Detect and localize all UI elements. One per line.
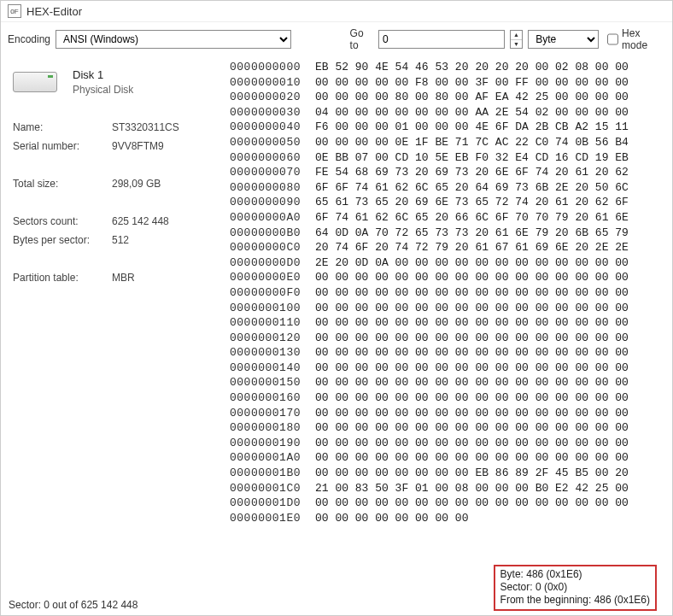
hex-bytes-a[interactable]: 00 00 00 00 00 F8 00 00 — [308, 75, 468, 91]
hex-bytes-a[interactable]: F6 00 00 00 01 00 00 00 — [308, 120, 468, 135]
hex-bytes-b[interactable]: 4E 6F DA 2B CB A2 15 11 — [468, 120, 628, 135]
hex-row[interactable]: 00000001E000 00 00 00 00 00 00 00 — [230, 511, 672, 526]
hex-row[interactable]: 00000000B064 0D 0A 70 72 65 73 7320 61 6… — [230, 226, 672, 241]
hex-bytes-a[interactable]: FE 54 68 69 73 20 69 73 — [308, 165, 468, 180]
hex-row[interactable]: 000000009065 61 73 65 20 69 6E 7365 72 7… — [230, 195, 672, 210]
hex-bytes-b[interactable]: 64 69 73 6B 2E 20 50 6C — [468, 180, 628, 196]
hex-bytes-b[interactable]: 00 00 00 00 00 00 00 00 — [468, 331, 628, 346]
hex-bytes-a[interactable]: EB 52 90 4E 54 46 53 20 — [308, 60, 468, 75]
hex-bytes-a[interactable]: 04 00 00 00 00 00 00 00 — [308, 105, 468, 120]
hex-row[interactable]: 00000000E000 00 00 00 00 00 00 0000 00 0… — [230, 270, 672, 285]
hex-row[interactable]: 000000002000 00 00 00 80 00 80 00AF EA 4… — [230, 90, 672, 105]
hex-row[interactable]: 000000014000 00 00 00 00 00 00 0000 00 0… — [230, 361, 672, 376]
chevron-up-icon[interactable]: ▲ — [511, 31, 522, 40]
hex-row[interactable]: 000000019000 00 00 00 00 00 00 0000 00 0… — [230, 436, 672, 451]
hex-bytes-b[interactable]: 00 00 00 00 00 00 00 00 — [468, 361, 628, 376]
hex-bytes-b[interactable]: 00 00 00 00 00 00 00 00 — [468, 436, 628, 451]
hex-row[interactable]: 000000001000 00 00 00 00 F8 00 003F 00 F… — [230, 75, 672, 91]
hex-bytes-a[interactable]: 00 00 00 00 00 00 00 00 — [308, 301, 468, 316]
hex-bytes-b[interactable]: 20 20 20 00 02 08 00 00 — [468, 60, 628, 75]
hex-bytes-b[interactable]: EB 86 89 2F 45 B5 00 20 — [468, 466, 628, 481]
hex-row[interactable]: 00000001D000 00 00 00 00 00 00 0000 00 0… — [230, 496, 672, 511]
hex-row[interactable]: 00000000C020 74 6F 20 74 72 79 2061 67 6… — [230, 240, 672, 255]
hex-bytes-a[interactable]: 00 00 00 00 00 00 00 00 — [308, 285, 468, 301]
goto-input[interactable] — [378, 30, 505, 49]
hex-row[interactable]: 000000018000 00 00 00 00 00 00 0000 00 0… — [230, 420, 672, 436]
hex-bytes-a[interactable]: 21 00 83 50 3F 01 00 08 — [308, 481, 468, 496]
hex-bytes-b[interactable]: 20 6E 6F 74 20 61 20 62 — [468, 165, 628, 180]
hex-bytes-a[interactable]: 00 00 00 00 00 00 00 00 — [308, 436, 468, 451]
hex-bytes-a[interactable]: 0E BB 07 00 CD 10 5E EB — [308, 150, 468, 166]
hex-bytes-b[interactable]: 61 67 61 69 6E 20 2E 2E — [468, 240, 628, 255]
hex-row[interactable]: 000000016000 00 00 00 00 00 00 0000 00 0… — [230, 390, 672, 406]
hex-bytes-a[interactable]: 6F 6F 74 61 62 6C 65 20 — [308, 180, 468, 196]
hex-row[interactable]: 00000001A000 00 00 00 00 00 00 0000 00 0… — [230, 450, 672, 466]
hex-bytes-a[interactable]: 00 00 00 00 00 00 00 00 — [308, 361, 468, 376]
hex-bytes-b[interactable]: 00 00 00 00 00 00 00 00 — [468, 285, 628, 301]
hex-row[interactable]: 00000001B000 00 00 00 00 00 00 00EB 86 8… — [230, 466, 672, 481]
chevron-down-icon[interactable]: ▼ — [511, 40, 522, 49]
hex-bytes-a[interactable]: 00 00 00 00 00 00 00 00 — [308, 270, 468, 285]
hex-bytes-a[interactable]: 00 00 00 00 00 00 00 00 — [308, 390, 468, 406]
hex-bytes-a[interactable]: 00 00 00 00 00 00 00 00 — [308, 315, 468, 331]
hex-bytes-a[interactable]: 00 00 00 00 00 00 00 00 — [308, 345, 468, 361]
hex-row[interactable]: 0000000000EB 52 90 4E 54 46 53 2020 20 2… — [230, 60, 672, 75]
hex-bytes-b[interactable]: 3F 00 FF 00 00 00 00 00 — [468, 75, 628, 91]
hex-bytes-a[interactable]: 64 0D 0A 70 72 65 73 73 — [308, 226, 468, 241]
hex-row[interactable]: 00000000F000 00 00 00 00 00 00 0000 00 0… — [230, 285, 672, 301]
hex-bytes-a[interactable]: 00 00 00 00 00 00 00 00 — [308, 496, 468, 511]
hex-bytes-b[interactable]: 00 00 00 00 00 00 00 00 — [468, 406, 628, 421]
hex-bytes-a[interactable]: 00 00 00 00 00 00 00 00 — [308, 375, 468, 390]
hex-bytes-a[interactable]: 00 00 00 00 00 00 00 00 — [308, 511, 468, 526]
hex-bytes-a[interactable]: 2E 20 0D 0A 00 00 00 00 — [308, 255, 468, 271]
hex-row[interactable]: 000000012000 00 00 00 00 00 00 0000 00 0… — [230, 331, 672, 346]
hex-bytes-b[interactable]: 00 00 00 00 00 00 00 00 — [468, 345, 628, 361]
hex-bytes-b[interactable]: 00 00 00 00 00 00 00 00 — [468, 450, 628, 466]
hex-bytes-a[interactable]: 65 61 73 65 20 69 6E 73 — [308, 195, 468, 210]
hex-row[interactable]: 000000017000 00 00 00 00 00 00 0000 00 0… — [230, 406, 672, 421]
hex-bytes-b[interactable]: 00 00 00 00 00 00 00 00 — [468, 390, 628, 406]
hex-bytes-a[interactable]: 00 00 00 00 0E 1F BE 71 — [308, 135, 468, 150]
hex-bytes-a[interactable]: 00 00 00 00 00 00 00 00 — [308, 331, 468, 346]
hex-bytes-a[interactable]: 00 00 00 00 80 00 80 00 — [308, 90, 468, 105]
hex-bytes-b[interactable]: 00 00 00 B0 E2 42 25 00 — [468, 481, 628, 496]
hex-bytes-a[interactable]: 00 00 00 00 00 00 00 00 — [308, 466, 468, 481]
hex-row[interactable]: 00000001C021 00 83 50 3F 01 00 0800 00 0… — [230, 481, 672, 496]
encoding-select[interactable]: ANSI (Windows) — [56, 30, 291, 49]
hex-row[interactable]: 0000000070FE 54 68 69 73 20 69 7320 6E 6… — [230, 165, 672, 180]
hex-row[interactable]: 00000000600E BB 07 00 CD 10 5E EBF0 32 E… — [230, 150, 672, 166]
hex-bytes-b[interactable]: 00 00 00 00 00 00 00 00 — [468, 270, 628, 285]
hex-bytes-b[interactable]: AF EA 42 25 00 00 00 00 — [468, 90, 628, 105]
hex-row[interactable]: 000000015000 00 00 00 00 00 00 0000 00 0… — [230, 375, 672, 390]
hex-row[interactable]: 00000000806F 6F 74 61 62 6C 65 2064 69 7… — [230, 180, 672, 196]
hex-bytes-b[interactable]: 6C 6F 70 70 79 20 61 6E — [468, 210, 628, 226]
hex-bytes-b[interactable]: 00 00 00 00 00 00 00 00 — [468, 301, 628, 316]
hex-bytes-a[interactable]: 6F 74 61 62 6C 65 20 66 — [308, 210, 468, 226]
hex-bytes-b[interactable]: 00 00 00 00 00 00 00 00 — [468, 315, 628, 331]
hex-row[interactable]: 000000003004 00 00 00 00 00 00 00AA 2E 5… — [230, 105, 672, 120]
hex-bytes-a[interactable]: 00 00 00 00 00 00 00 00 — [308, 420, 468, 436]
hex-bytes-b[interactable]: 00 00 00 00 00 00 00 00 — [468, 496, 628, 511]
hex-bytes-b[interactable]: 00 00 00 00 00 00 00 00 — [468, 420, 628, 436]
hexmode-checkbox[interactable]: Hex mode — [607, 27, 665, 51]
hex-bytes-a[interactable]: 00 00 00 00 00 00 00 00 — [308, 406, 468, 421]
hex-row[interactable]: 000000010000 00 00 00 00 00 00 0000 00 0… — [230, 301, 672, 316]
hex-bytes-b[interactable]: AA 2E 54 02 00 00 00 00 — [468, 105, 628, 120]
hex-area[interactable]: 0000000000EB 52 90 4E 54 46 53 2020 20 2… — [230, 60, 672, 525]
hex-bytes-b[interactable]: 00 00 00 00 00 00 00 00 — [468, 375, 628, 390]
hex-bytes-b[interactable]: 00 00 00 00 00 00 00 00 — [468, 255, 628, 271]
hex-bytes-b[interactable]: 65 72 74 20 61 20 62 6F — [468, 195, 628, 210]
hex-row[interactable]: 000000005000 00 00 00 0E 1F BE 717C AC 2… — [230, 135, 672, 150]
hex-bytes-b[interactable] — [468, 511, 628, 526]
hex-bytes-b[interactable]: F0 32 E4 CD 16 CD 19 EB — [468, 150, 628, 166]
hex-row[interactable]: 00000000D02E 20 0D 0A 00 00 00 0000 00 0… — [230, 255, 672, 271]
hexmode-checkbox-input[interactable] — [607, 33, 618, 45]
hex-row[interactable]: 000000011000 00 00 00 00 00 00 0000 00 0… — [230, 315, 672, 331]
unit-select[interactable]: Byte — [528, 30, 599, 49]
hex-row[interactable]: 0000000040F6 00 00 00 01 00 00 004E 6F D… — [230, 120, 672, 135]
hex-row[interactable]: 000000013000 00 00 00 00 00 00 0000 00 0… — [230, 345, 672, 361]
hex-bytes-b[interactable]: 7C AC 22 C0 74 0B 56 B4 — [468, 135, 628, 150]
goto-spinner[interactable]: ▲ ▼ — [510, 30, 523, 49]
hex-bytes-a[interactable]: 20 74 6F 20 74 72 79 20 — [308, 240, 468, 255]
hex-bytes-b[interactable]: 20 61 6E 79 20 6B 65 79 — [468, 226, 628, 241]
